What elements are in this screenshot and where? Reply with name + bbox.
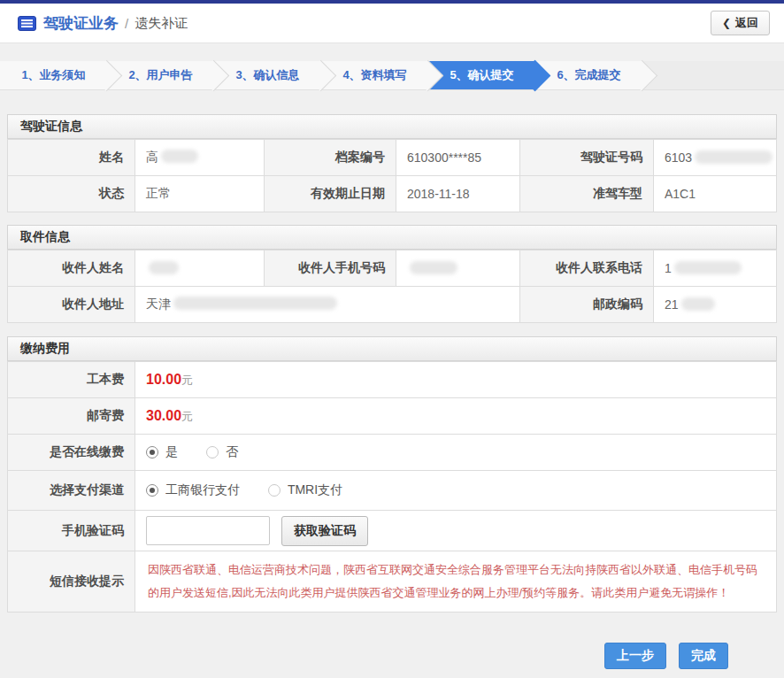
- table-row: 状态 正常 有效期止日期 2018-11-18 准驾车型 A1C1: [8, 176, 777, 212]
- step-label: 3、确认信息: [235, 67, 299, 83]
- license-list-icon: [18, 16, 36, 31]
- breadcrumb-current: 遗失补证: [135, 15, 188, 32]
- step-5-confirm-submit[interactable]: 5、确认提交: [428, 61, 535, 89]
- vehicle-class-label: 准驾车型: [520, 176, 654, 212]
- table-row: 工本费 10.00元: [8, 362, 777, 398]
- table-row: 手机验证码 获取验证码: [8, 511, 777, 551]
- vehicle-class-value: A1C1: [654, 176, 777, 212]
- license-info-table: 姓名 高 档案编号 610300****85 驾驶证号码 6103 状态 正常 …: [7, 139, 777, 212]
- fee-amount: 30.00: [146, 408, 181, 423]
- step-label: 4、资料填写: [342, 67, 406, 83]
- page-title: 驾驶证业务: [43, 13, 119, 34]
- table-row: 短信接收提示 因陕西省联通、电信运营商技术问题，陕西省互联网交通安全综合服务管理…: [8, 551, 777, 613]
- recipient-phone-value: 1: [654, 250, 777, 287]
- license-number-label: 驾驶证号码: [520, 140, 654, 176]
- step-label: 2、用户申告: [128, 67, 192, 83]
- table-row: 选择支付渠道 工商银行支付 TMRI支付: [8, 471, 777, 511]
- payment-channel-label: 选择支付渠道: [8, 471, 135, 511]
- sms-notice-text: 因陕西省联通、电信运营商技术问题，陕西省互联网交通安全综合服务管理平台无法向持陕…: [135, 551, 777, 613]
- sms-code-label: 手机验证码: [8, 511, 135, 551]
- step-1-business-notice[interactable]: 1、业务须知: [0, 61, 107, 89]
- recipient-name-label: 收件人姓名: [8, 250, 135, 287]
- fee-unit: 元: [181, 410, 193, 423]
- previous-step-button[interactable]: 上一步: [604, 643, 666, 669]
- table-row: 邮寄费 30.00元: [8, 398, 777, 435]
- breadcrumb-divider: /: [125, 16, 128, 31]
- file-number-value: 610300****85: [396, 140, 520, 176]
- redacted-value: [674, 261, 742, 274]
- page-header: 驾驶证业务 / 遗失补证 ❮ 返回: [0, 4, 784, 43]
- payment-channel-options: 工商银行支付 TMRI支付: [135, 471, 777, 511]
- license-info-section: 驾驶证信息 姓名 高 档案编号 610300****85 驾驶证号码 6103 …: [7, 114, 777, 212]
- sms-notice-label: 短信接收提示: [8, 551, 135, 613]
- file-number-label: 档案编号: [265, 140, 396, 176]
- fee-unit: 元: [181, 374, 193, 387]
- recipient-mobile-label: 收件人手机号码: [265, 250, 396, 287]
- expiry-date-value: 2018-11-18: [396, 176, 520, 212]
- status-value: 正常: [135, 176, 265, 212]
- redacted-value: [410, 261, 457, 274]
- step-label: 5、确认提交: [450, 67, 513, 83]
- payment-section-title: 缴纳费用: [7, 336, 777, 361]
- radio-option-no[interactable]: 否: [206, 444, 238, 460]
- redacted-value: [681, 297, 715, 311]
- step-label: 1、业务须知: [21, 67, 85, 83]
- zip-code-value: 21: [654, 287, 777, 323]
- finish-button[interactable]: 完成: [679, 643, 728, 669]
- recipient-phone-label: 收件人联系电话: [520, 250, 654, 287]
- expiry-date-label: 有效期止日期: [265, 176, 396, 212]
- sms-code-cell: 获取验证码: [135, 511, 777, 551]
- footer-actions: 上一步 完成: [0, 643, 728, 669]
- fee-amount: 10.00: [146, 372, 181, 387]
- back-chevron-icon: ❮: [722, 17, 731, 29]
- production-fee-value: 10.00元: [135, 362, 777, 398]
- radio-icon[interactable]: [146, 484, 158, 497]
- table-row: 是否在线缴费 是 否: [8, 435, 777, 471]
- name-value: 高: [135, 140, 265, 176]
- redacted-value: [695, 150, 772, 164]
- payment-section: 缴纳费用 工本费 10.00元 邮寄费 30.00元 是否在线缴费 是 否 选择…: [7, 336, 777, 613]
- redacted-value: [149, 261, 179, 274]
- name-label: 姓名: [8, 140, 135, 176]
- step-bar-filler: [642, 61, 784, 89]
- production-fee-label: 工本费: [8, 362, 135, 398]
- radio-label: TMRI支付: [288, 482, 342, 498]
- recipient-address-label: 收件人地址: [8, 287, 135, 323]
- wizard-step-bar: 1、业务须知 2、用户申告 3、确认信息 4、资料填写 5、确认提交 6、完成提…: [0, 61, 784, 90]
- online-payment-options: 是 否: [135, 435, 777, 471]
- radio-icon[interactable]: [268, 484, 281, 497]
- delivery-info-table: 收件人姓名 收件人手机号码 收件人联系电话 1 收件人地址 天津 邮政编码 21: [7, 250, 777, 323]
- step-2-user-declaration[interactable]: 2、用户申告: [107, 61, 214, 89]
- online-payment-label: 是否在线缴费: [8, 435, 135, 471]
- redacted-value: [161, 150, 198, 163]
- delivery-info-section: 取件信息 收件人姓名 收件人手机号码 收件人联系电话 1 收件人地址 天津 邮政…: [7, 225, 777, 323]
- zip-code-label: 邮政编码: [520, 287, 654, 323]
- delivery-info-section-title: 取件信息: [7, 225, 777, 250]
- step-6-finish-submit[interactable]: 6、完成提交: [535, 61, 642, 89]
- back-button[interactable]: ❮ 返回: [711, 11, 770, 35]
- back-button-label: 返回: [735, 15, 758, 31]
- radio-icon[interactable]: [206, 446, 219, 458]
- get-sms-code-button[interactable]: 获取验证码: [281, 516, 368, 546]
- radio-label: 工商银行支付: [165, 482, 240, 498]
- status-label: 状态: [8, 176, 135, 212]
- recipient-address-value: 天津: [135, 287, 520, 323]
- postage-fee-value: 30.00元: [135, 398, 777, 435]
- postage-fee-label: 邮寄费: [8, 398, 135, 435]
- recipient-mobile-value: [396, 250, 520, 287]
- radio-label: 否: [226, 444, 238, 460]
- radio-option-icbc[interactable]: 工商银行支付: [146, 482, 240, 498]
- recipient-name-value: [135, 250, 265, 287]
- sms-code-input[interactable]: [146, 516, 270, 545]
- redacted-value: [173, 297, 337, 310]
- step-3-confirm-info[interactable]: 3、确认信息: [214, 61, 321, 89]
- step-4-fill-data[interactable]: 4、资料填写: [321, 61, 428, 89]
- table-row: 姓名 高 档案编号 610300****85 驾驶证号码 6103: [8, 140, 777, 176]
- table-row: 收件人姓名 收件人手机号码 收件人联系电话 1: [8, 250, 777, 287]
- radio-option-yes[interactable]: 是: [146, 444, 178, 460]
- radio-label: 是: [165, 444, 178, 460]
- license-number-value: 6103: [654, 140, 777, 176]
- table-row: 收件人地址 天津 邮政编码 21: [8, 287, 777, 323]
- radio-icon[interactable]: [146, 446, 158, 458]
- radio-option-tmri[interactable]: TMRI支付: [268, 482, 342, 498]
